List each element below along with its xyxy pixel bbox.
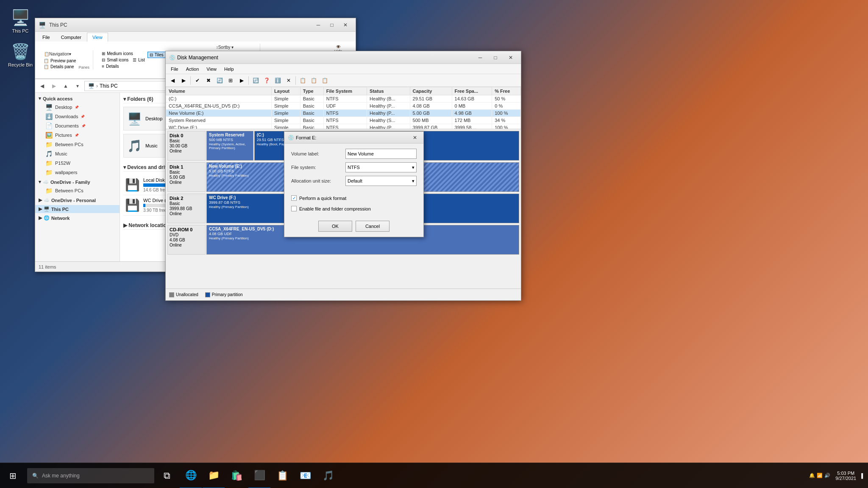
- col-filesystem[interactable]: File System: [323, 87, 367, 95]
- quick-format-row[interactable]: ✓ Perform a quick format: [291, 194, 417, 202]
- start-button[interactable]: ⊞: [0, 463, 25, 488]
- toolbar-btn-6[interactable]: ⊞: [225, 75, 236, 86]
- onedrive-personal-header[interactable]: ▶ ☁️ OneDrive - Personal: [35, 196, 120, 204]
- navigation-pane-button[interactable]: 📋 Navigation ▾: [42, 50, 78, 58]
- toolbar-btn-3[interactable]: ✔: [192, 75, 203, 86]
- desktop-icon-recycle-bin[interactable]: 🗑️ Recycle Bin: [3, 40, 37, 70]
- forward-button[interactable]: ▶: [49, 81, 59, 91]
- taskbar-app5[interactable]: 📋: [271, 463, 293, 488]
- up-button[interactable]: ▲: [61, 81, 71, 91]
- tab-file[interactable]: File: [37, 33, 56, 42]
- sidebar-item-pictures[interactable]: 🖼️ Pictures 📌: [35, 130, 120, 140]
- compression-checkbox[interactable]: [291, 206, 297, 211]
- toolbar-btn-5[interactable]: 🔄: [214, 75, 225, 86]
- file-system-select[interactable]: NTFS ▾: [345, 162, 417, 172]
- taskbar-cmd[interactable]: ⬛: [248, 463, 270, 488]
- taskbar-network-icon[interactable]: 📶: [817, 473, 823, 478]
- taskbar-notification-icon[interactable]: 🔔: [809, 473, 815, 478]
- disk-menu-action[interactable]: Action: [183, 66, 203, 72]
- taskbar-volume-icon[interactable]: 🔊: [824, 473, 830, 478]
- toolbar-btn-properties[interactable]: ℹ️: [273, 75, 283, 86]
- table-row[interactable]: CCSA_X64FRE_EN-US_DV5 (D:)SimpleBasicUDF…: [166, 103, 521, 110]
- sidebar-item-p152w[interactable]: 📁 P152W: [35, 158, 120, 168]
- onedrive-family-header[interactable]: ▾ ☁️ OneDrive - Family: [35, 178, 120, 186]
- sidebar-item-music[interactable]: 🎵 Music: [35, 149, 120, 158]
- details-pane-button[interactable]: 📋 Details pane: [42, 64, 78, 69]
- volume-label-input[interactable]: [345, 149, 417, 159]
- table-row[interactable]: WC Drive (F:)SimpleBasicNTFSHealthy (P..…: [166, 124, 521, 130]
- details-button[interactable]: ≡ Details: [100, 64, 120, 69]
- toolbar-btn-help[interactable]: ❓: [262, 75, 272, 86]
- table-row[interactable]: (C:)SimpleBasicNTFSHealthy (B...29.51 GB…: [166, 95, 521, 103]
- allocation-select[interactable]: Default ▾: [345, 176, 417, 186]
- format-dialog-close-button[interactable]: ✕: [410, 133, 420, 143]
- taskbar-show-desktop[interactable]: ▌: [861, 473, 865, 478]
- sidebar-item-downloads[interactable]: ⬇️ Downloads 📌: [35, 112, 120, 121]
- sidebar-item-between-pcs[interactable]: 📁 Between PCs: [35, 140, 120, 149]
- format-ok-button[interactable]: OK: [318, 221, 352, 232]
- folders-section-chevron[interactable]: ▾: [123, 96, 127, 102]
- desktop-icon-this-pc[interactable]: 🖥️ This PC: [3, 6, 37, 36]
- col-volume[interactable]: Volume: [166, 87, 272, 95]
- explorer-minimize-button[interactable]: ─: [312, 18, 325, 32]
- taskbar-store[interactable]: 🛍️: [225, 463, 248, 488]
- list-button[interactable]: ☰ List: [131, 57, 147, 63]
- devices-section-chevron[interactable]: ▾: [123, 164, 127, 170]
- sidebar-item-between-pcs2[interactable]: 📁 Between PCs: [35, 186, 120, 195]
- toolbar-btn-close2[interactable]: ✕: [284, 75, 294, 86]
- disk-mgmt-close-button[interactable]: ✕: [504, 51, 517, 64]
- taskbar-search-box[interactable]: 🔍: [27, 468, 154, 483]
- toolbar-btn-4[interactable]: ✖: [203, 75, 214, 86]
- col-pct[interactable]: % Free: [492, 87, 521, 95]
- disk-menu-file[interactable]: File: [167, 66, 182, 72]
- taskbar-app6[interactable]: 📧: [294, 463, 316, 488]
- table-row[interactable]: System ReservedSimpleBasicNTFSHealthy (S…: [166, 117, 521, 124]
- sort-by-button[interactable]: ↕ Sort by ▾: [213, 44, 256, 51]
- quick-access-header[interactable]: ▾ Quick access: [35, 94, 120, 103]
- taskbar-explorer[interactable]: 📁: [203, 463, 225, 488]
- col-status[interactable]: Status: [367, 87, 410, 95]
- col-type[interactable]: Type: [300, 87, 323, 95]
- toolbar-btn-extra2[interactable]: 📋: [309, 75, 319, 86]
- disk-menu-view[interactable]: View: [203, 66, 220, 72]
- col-layout[interactable]: Layout: [272, 87, 300, 95]
- taskbar-clock[interactable]: 5:03 PM 9/27/2021: [832, 471, 860, 481]
- disk-menu-help[interactable]: Help: [221, 66, 237, 72]
- medium-icons-button[interactable]: ⊞ Medium icons: [100, 51, 135, 56]
- toolbar-btn-extra3[interactable]: 📋: [320, 75, 330, 86]
- tab-computer[interactable]: Computer: [56, 33, 87, 42]
- tiles-button[interactable]: ⊟ Tiles: [147, 52, 166, 58]
- compression-row[interactable]: Enable file and folder compression: [291, 205, 417, 212]
- recent-locations-button[interactable]: ▾: [72, 81, 83, 91]
- disk-mgmt-minimize-button[interactable]: ─: [473, 51, 487, 64]
- toolbar-btn-refresh[interactable]: 🔃: [250, 75, 261, 86]
- taskbar-edge[interactable]: 🌐: [180, 463, 202, 488]
- quick-format-checkbox[interactable]: ✓: [291, 195, 297, 201]
- network-sidebar-header[interactable]: ▶ 🌐 Network: [35, 214, 120, 222]
- toolbar-btn-7[interactable]: ▶: [236, 75, 247, 86]
- small-icons-button[interactable]: ⊟ Small icons: [100, 57, 130, 63]
- taskbar-search-input[interactable]: [42, 473, 149, 479]
- taskbar-app7[interactable]: 🎵: [317, 463, 339, 488]
- col-capacity[interactable]: Capacity: [410, 87, 452, 95]
- sidebar-item-wallpapers[interactable]: 📁 wallpapers: [35, 168, 120, 177]
- toolbar-btn-2[interactable]: ▶: [178, 75, 189, 86]
- tab-view[interactable]: View: [87, 33, 108, 42]
- sidebar-item-desktop[interactable]: 🖥️ Desktop 📌: [35, 103, 120, 112]
- explorer-maximize-button[interactable]: □: [325, 18, 339, 32]
- col-free[interactable]: Free Spa...: [452, 87, 492, 95]
- back-button[interactable]: ◀: [37, 81, 47, 91]
- table-row[interactable]: New Volume (E:)SimpleBasicNTFSHealthy (P…: [166, 110, 521, 117]
- disk0-system-reserved[interactable]: System Reserved 500 MB NTFS Healthy (Sys…: [206, 131, 253, 161]
- taskbar-task-view[interactable]: ⧉: [156, 463, 178, 488]
- preview-pane-button[interactable]: 📋 Preview pane: [42, 58, 78, 64]
- network-section-chevron[interactable]: ▶: [123, 222, 128, 228]
- sidebar-item-documents[interactable]: 📄 Documents 📌: [35, 121, 120, 130]
- disk-mgmt-maximize-button[interactable]: □: [489, 51, 502, 64]
- explorer-close-button[interactable]: ✕: [339, 18, 352, 32]
- toolbar-btn-extra1[interactable]: 📋: [298, 75, 308, 86]
- p152w-sidebar-icon: 📁: [45, 160, 53, 166]
- format-cancel-button[interactable]: Cancel: [356, 221, 389, 232]
- this-pc-sidebar-header[interactable]: ▶ 🖥️ This PC: [35, 205, 120, 213]
- toolbar-btn-1[interactable]: ◀: [167, 75, 178, 86]
